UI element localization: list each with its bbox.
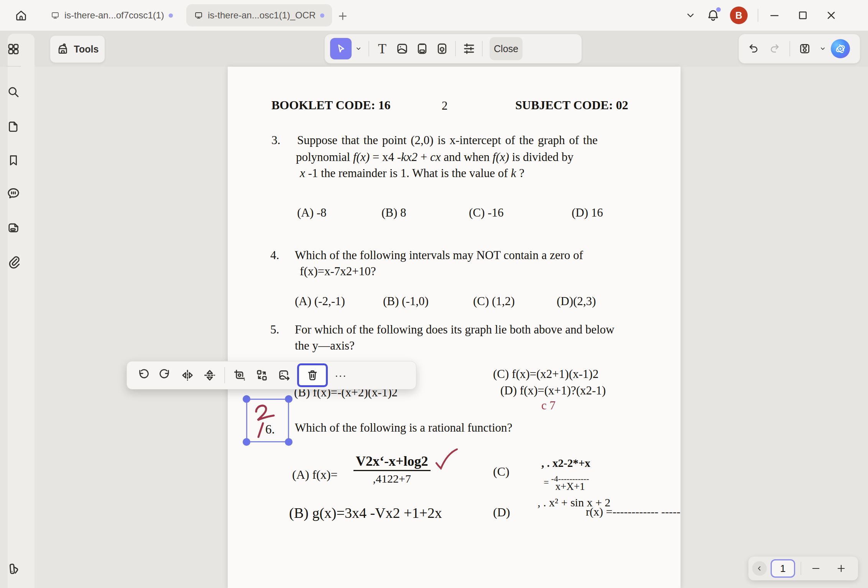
tools-button[interactable]: Tools <box>50 35 105 63</box>
image-edit-toolbar: ... <box>127 361 416 389</box>
notifications-button[interactable] <box>706 8 720 22</box>
extract-image-icon <box>277 368 291 382</box>
q5-option-d: (D) f(x)=(x+1)?(x2-1) <box>500 384 606 397</box>
titlebar: is-there-an...of7cosc1(1) is-there-an...… <box>0 0 868 31</box>
select-tool-button[interactable] <box>330 38 352 59</box>
replace-image-button[interactable] <box>251 365 273 386</box>
q6-option-d-line2: r(x) =------------ ----- <box>586 505 681 518</box>
crop-button[interactable] <box>229 365 250 386</box>
q6-option-b: (B) g(x)=3x4 -Vx2 +1+2x <box>289 504 442 521</box>
divider <box>482 41 483 56</box>
zoom-out-button[interactable] <box>806 558 826 578</box>
redo-icon <box>769 43 781 55</box>
page-icon <box>7 120 20 133</box>
add-link-button[interactable] <box>412 38 432 59</box>
chevron-down-icon <box>685 10 696 21</box>
properties-button[interactable] <box>459 38 479 59</box>
replace-icon <box>255 368 269 382</box>
search-icon <box>7 85 20 99</box>
tab-document-1[interactable]: is-there-an...of7cosc1(1) <box>43 4 181 26</box>
page-number-input[interactable] <box>771 559 795 578</box>
selection-handle-top-right[interactable] <box>285 395 293 403</box>
q6-option-a-label: (A) f(x)= <box>292 468 337 482</box>
display-icon <box>194 11 203 20</box>
palette-icon <box>6 562 21 576</box>
divider <box>455 41 456 56</box>
chevron-down-icon <box>355 45 362 53</box>
paperclip-icon <box>6 254 21 269</box>
maximize-icon <box>797 9 809 21</box>
tab-document-2-active[interactable]: is-there-an...osc1(1)_OCR <box>186 4 332 26</box>
page-navigation-bar <box>748 557 858 580</box>
q4-option-c: (C) (1,2) <box>473 294 515 308</box>
save-button[interactable] <box>795 38 815 59</box>
flip-horizontal-button[interactable] <box>177 365 198 386</box>
annotation-selection-box[interactable] <box>246 399 289 442</box>
sidebar-item-comments[interactable] <box>0 181 27 205</box>
extract-image-button[interactable] <box>273 365 295 386</box>
close-edit-button[interactable]: Close <box>490 37 523 60</box>
flip-vertical-button[interactable] <box>199 365 220 386</box>
crop-icon <box>233 368 247 382</box>
rotate-right-button[interactable] <box>155 365 176 386</box>
comment-icon <box>6 186 21 200</box>
sidebar-item-thumbnails[interactable] <box>0 37 27 61</box>
rotate-ccw-icon <box>136 368 150 382</box>
booklet-code: BOOKLET CODE: 16 <box>271 98 391 112</box>
home-button[interactable] <box>10 5 32 26</box>
selection-handle-bottom-right[interactable] <box>285 438 293 446</box>
sidebar-item-pages[interactable] <box>0 114 27 139</box>
selection-handle-top-left[interactable] <box>243 395 250 403</box>
tab-title: is-there-an...osc1(1)_OCR <box>208 10 316 21</box>
select-tool-dropdown[interactable] <box>352 38 365 59</box>
save-dropdown[interactable] <box>816 38 829 59</box>
add-stamp-button[interactable] <box>432 38 452 59</box>
divider <box>801 562 801 575</box>
ai-assistant-button[interactable] <box>831 39 850 58</box>
q3-option-a: (A) -8 <box>297 206 327 220</box>
more-options-button[interactable]: ... <box>330 365 352 386</box>
chevron-down-icon <box>819 45 827 53</box>
notification-dot <box>716 7 721 12</box>
sidebar-item-attachments[interactable] <box>0 249 27 274</box>
redo-button[interactable] <box>765 38 785 59</box>
q5-line1: For which of the following does its grap… <box>295 323 614 337</box>
sidebar-item-appearance[interactable] <box>0 557 27 581</box>
add-image-button[interactable] <box>392 38 412 59</box>
plus-icon <box>337 10 349 22</box>
close-icon <box>825 9 837 21</box>
q3-line2: polynomial f(x) = x4 -kx2 + cx and when … <box>296 150 574 164</box>
undo-button[interactable] <box>743 38 763 59</box>
selection-handle-bottom-left[interactable] <box>243 438 250 446</box>
q4-option-d: (D)(2,3) <box>557 294 596 308</box>
sidebar-item-search[interactable] <box>0 80 27 104</box>
zoom-in-button[interactable] <box>831 558 851 578</box>
previous-page-button[interactable] <box>752 561 767 576</box>
unsaved-dot <box>320 13 324 18</box>
q6-option-a-fraction: V2x‘-x+log2 ,4122+7 <box>353 453 431 485</box>
rotate-left-button[interactable] <box>132 365 154 386</box>
text-tool-icon: T <box>378 42 386 56</box>
collapse-toolbar-button[interactable] <box>685 10 696 21</box>
avatar[interactable]: B <box>730 7 748 24</box>
minimize-button[interactable] <box>768 9 781 21</box>
delete-button-selected[interactable] <box>297 363 328 387</box>
sidebar-item-forms[interactable] <box>0 215 27 240</box>
flip-vertical-icon <box>203 368 217 382</box>
red-annotation-c7: c 7 <box>541 399 556 412</box>
close-window-button[interactable] <box>825 9 837 21</box>
add-text-button[interactable]: T <box>372 38 392 59</box>
q5-line2: the y—axis? <box>295 339 355 353</box>
maximize-button[interactable] <box>797 9 809 21</box>
q6-option-c-line2: = -4----------- x+X+1 <box>544 474 589 493</box>
new-tab-button[interactable] <box>334 8 351 25</box>
q4-option-b: (B) (-1,0) <box>383 294 429 308</box>
edit-toolbar: T Close <box>324 34 582 64</box>
bookmark-icon <box>7 153 20 167</box>
red-checkmark <box>433 448 460 471</box>
titlebar-right: B <box>685 0 837 31</box>
close-label: Close <box>494 43 518 54</box>
tools-box-icon <box>56 43 69 56</box>
sidebar-item-bookmarks[interactable] <box>0 148 27 172</box>
q4-line1: Which of the following intervals may NOT… <box>295 248 583 262</box>
